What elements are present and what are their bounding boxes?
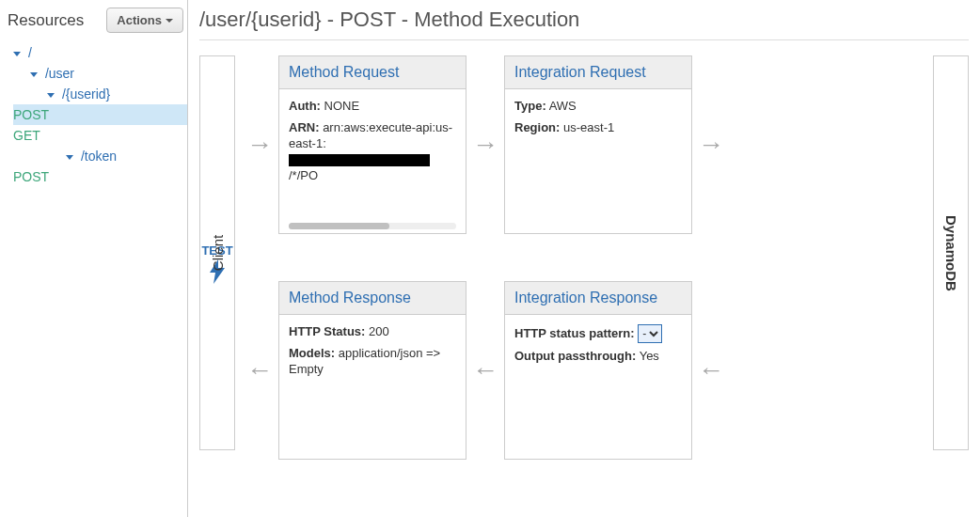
client-box[interactable]: TEST Client <box>199 55 235 450</box>
status-pattern-select[interactable]: - <box>638 324 662 343</box>
arrow-right-icon: → <box>692 130 730 160</box>
arrow-left-icon: ← <box>466 355 504 385</box>
actions-dropdown-button[interactable]: Actions <box>106 8 183 33</box>
sidebar-title: Resources <box>8 11 84 30</box>
integration-request-panel[interactable]: Integration Request Type: AWS Region: us… <box>504 55 692 234</box>
integration-response-header[interactable]: Integration Response <box>505 282 691 315</box>
resource-tree: / /user /{userid} POST GET /token POST <box>8 42 187 187</box>
arrow-left-icon: ← <box>692 355 730 385</box>
target-box[interactable]: DynamoDB <box>933 55 969 450</box>
content-area: /user/{userid} - POST - Method Execution… <box>188 0 980 517</box>
method-request-header[interactable]: Method Request <box>279 56 466 89</box>
integration-response-panel[interactable]: Integration Response HTTP status pattern… <box>504 281 692 460</box>
tree-node-token[interactable]: /token <box>13 146 187 166</box>
target-vertical-label: DynamoDB <box>943 215 959 291</box>
tree-node-userid-post[interactable]: POST <box>13 104 187 125</box>
caret-down-icon <box>66 155 73 160</box>
page-title: /user/{userid} - POST - Method Execution <box>199 8 969 40</box>
caret-down-icon <box>30 72 38 77</box>
arrow-right-icon: → <box>241 130 278 160</box>
tree-node-user[interactable]: /user <box>13 63 187 84</box>
caret-down-icon <box>13 52 21 56</box>
method-execution-diagram: TEST Client → Method Request Auth: NONE <box>199 55 969 450</box>
sidebar: Resources Actions / /user /{userid} POST <box>0 0 188 517</box>
method-response-panel[interactable]: Method Response HTTP Status: 200 Models:… <box>278 281 466 460</box>
tree-node-token-post[interactable]: POST <box>13 166 187 187</box>
caret-down-icon <box>166 19 173 23</box>
tree-node-userid-get[interactable]: GET <box>13 125 187 146</box>
method-response-header[interactable]: Method Response <box>279 282 466 315</box>
horizontal-scrollbar[interactable] <box>289 223 456 229</box>
client-vertical-label: Client <box>210 235 226 271</box>
caret-down-icon <box>47 93 55 98</box>
arrow-right-icon: → <box>466 130 504 160</box>
arrow-left-icon: ← <box>241 355 278 385</box>
tree-node-userid[interactable]: /{userid} <box>13 84 187 104</box>
method-request-panel[interactable]: Method Request Auth: NONE ARN: arn:aws:e… <box>278 55 466 234</box>
integration-request-header[interactable]: Integration Request <box>505 56 691 89</box>
actions-label: Actions <box>117 13 162 27</box>
redacted-arn <box>289 154 430 166</box>
tree-node-root[interactable]: / <box>13 42 187 63</box>
